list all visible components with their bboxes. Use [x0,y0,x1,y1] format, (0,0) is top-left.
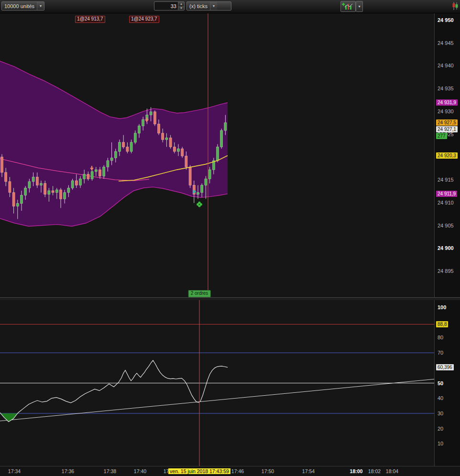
time-tick: 17:34 [8,468,21,474]
indicator-axis[interactable]: 1008070504030201088,860,396 [434,300,460,466]
indicator-tick: 10 [438,441,443,446]
chart-style-icon[interactable] [451,1,459,11]
pending-order-label[interactable]: 1@24 923,7 [129,16,159,23]
time-tick: 18:04 [386,468,398,474]
time-tick: 18:00 [350,468,363,474]
oscillator-chart[interactable] [0,300,434,466]
interval-stepper[interactable]: ▲▼ [178,2,184,10]
mini-chart-icon [342,2,354,11]
price-tick: 24 905 [438,223,454,228]
cursor-date-label: ven. 15 juin 2018 17:43:59 [168,468,230,474]
upper-band-price-label: 24 931,9 [436,99,458,106]
time-tick: 17:38 [104,468,116,474]
bid-price-label: 24 927,1 [436,126,458,132]
position-label: 277 [436,133,447,139]
price-tick: 24 910 [438,200,454,206]
indicator-tick: 50 [438,380,443,386]
indicator-tick: 20 [438,426,443,432]
last-price-label: 24 927,5 [436,119,458,126]
time-tick: 17:54 [302,468,315,474]
indicator-tick: 80 [438,335,443,340]
lower-band-price-label: 24 911,9 [436,191,457,197]
indicator-tick: 100 [438,304,446,310]
price-tick: 24 945 [438,40,454,46]
time-tick: 17:50 [262,468,274,474]
indicator-value-label: 60,396 [436,364,454,370]
time-axis[interactable]: 17:3417:3617:3817:4017:417:4617:5017:541… [0,466,460,476]
pending-order-label[interactable]: 1@24 913,7 [75,16,105,23]
trading-app-window: 10000 unités ▾ 33 ▲▼ (x) ticks ▾ ▾ [0,0,460,476]
indicator-tick: 30 [438,411,443,416]
stepper-down-icon[interactable]: ▼ [178,6,184,11]
price-tick: 24 915 [438,177,454,183]
price-tick: 24 900 [438,245,454,251]
candlestick-chart[interactable] [0,13,434,297]
price-tick: 24 950 [438,17,454,23]
time-tick: 18:02 [368,468,381,474]
units-value: 10000 unités [2,3,37,9]
chevron-down-icon[interactable]: ▾ [210,2,217,10]
time-tick: 17:36 [62,468,74,474]
main-chart-panel[interactable]: 1@24 913,7 1@24 923,7 2 ordres [0,13,434,297]
time-tick: 17:40 [134,468,146,474]
overbought-level-label: 88,8 [436,321,448,327]
units-dropdown[interactable]: 10000 unités ▾ [1,1,44,11]
stepper-up-icon[interactable]: ▲ [178,2,184,6]
price-axis[interactable]: 24 95024 94524 94024 93524 93024 92524 9… [434,13,460,297]
ma-price-label: 24 920,3 [436,152,458,159]
interval-count-input[interactable]: 33 ▲▼ [154,1,185,11]
indicator-tick: 70 [438,350,443,356]
interval-type-dropdown[interactable]: (x) ticks ▾ [186,1,231,11]
indicator-tick: 40 [438,395,443,401]
price-tick: 24 895 [438,268,454,274]
chevron-down-icon[interactable]: ▾ [37,2,44,10]
interval-type-value: (x) ticks [187,3,210,9]
indicator-options-dropdown[interactable]: ▾ [356,1,363,12]
add-indicator-button[interactable] [340,1,356,12]
toolbar: 10000 unités ▾ 33 ▲▼ (x) ticks ▾ ▾ [0,0,460,13]
time-tick: 17:46 [231,468,244,474]
orders-count-badge[interactable]: 2 ordres [188,290,211,297]
price-tick: 24 940 [438,63,454,68]
candles-icon [451,1,459,11]
price-tick: 24 935 [438,86,454,91]
price-tick: 24 930 [438,108,454,114]
indicator-panel[interactable] [0,300,434,466]
interval-count-value: 33 [154,3,178,9]
